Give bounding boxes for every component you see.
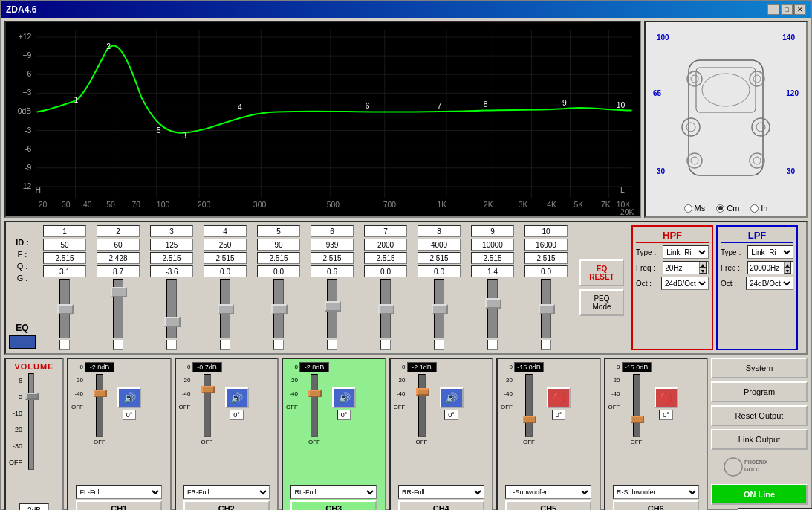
ch1-name-button[interactable]: CH1 <box>76 500 162 510</box>
eq-band-8-checkbox[interactable] <box>434 340 444 350</box>
eq-band-6-q[interactable] <box>311 252 354 264</box>
eq-band-3-gain[interactable] <box>150 265 193 277</box>
radio-ms-circle[interactable] <box>684 204 692 213</box>
eq-band-10-gain[interactable] <box>524 265 568 277</box>
eq-band-2-freq[interactable] <box>97 239 140 251</box>
minimize-button[interactable]: _ <box>767 4 779 15</box>
eq-band-7-freq[interactable] <box>364 239 407 251</box>
eq-band-6-freq[interactable] <box>311 239 354 251</box>
radio-cm[interactable]: Cm <box>716 204 739 213</box>
ch6-mute-button[interactable]: 🚫 <box>655 387 678 408</box>
eq-band-4-gain[interactable] <box>204 265 247 277</box>
lpf-freq-up[interactable]: ▲ <box>784 262 791 268</box>
eq-band-6-gain[interactable] <box>311 265 354 277</box>
ch3-fader-track[interactable] <box>311 374 318 437</box>
eq-band-4-freq[interactable] <box>204 239 247 251</box>
ch2-output-select[interactable]: FR-Full <box>183 485 270 499</box>
close-button[interactable]: ✕ <box>794 4 806 15</box>
ch2-mute-button[interactable]: 🔊 <box>225 387 249 408</box>
eq-band-1-q[interactable] <box>43 252 86 264</box>
eq-band-3-freq[interactable] <box>150 239 193 251</box>
eq-band-4-id[interactable] <box>204 225 247 237</box>
ch4-name-button[interactable]: CH4 <box>398 500 484 510</box>
hpf-type-select[interactable]: Link_Ri Butter Bessel <box>663 245 709 259</box>
ch2-fader-track[interactable] <box>204 374 211 437</box>
eq-band-8-id[interactable] <box>418 225 461 237</box>
eq-band-1-freq[interactable] <box>43 239 86 251</box>
eq-band-2-q[interactable] <box>97 252 140 264</box>
eq-band-8-q[interactable] <box>418 252 461 264</box>
eq-band-1-id[interactable] <box>43 225 86 237</box>
eq-band-5-freq[interactable] <box>257 239 300 251</box>
radio-cm-circle[interactable] <box>716 204 724 213</box>
radio-in-circle[interactable] <box>750 204 759 213</box>
eq-band-10-checkbox[interactable] <box>541 340 551 350</box>
eq-band-1-fader[interactable] <box>59 279 70 338</box>
eq-band-9-q[interactable] <box>471 252 514 264</box>
ch4-mute-button[interactable]: 🔊 <box>440 387 464 408</box>
eq-band-3-checkbox[interactable] <box>166 340 177 350</box>
eq-band-5-gain[interactable] <box>257 265 300 277</box>
eq-band-6-id[interactable] <box>311 225 354 237</box>
eq-band-5-q[interactable] <box>257 252 300 264</box>
ch5-name-button[interactable]: CH5 <box>505 500 591 510</box>
lpf-oct-select[interactable]: 24dB/Oct 18dB/Oct 12dB/Oct <box>746 277 793 290</box>
eq-band-2-checkbox[interactable] <box>113 340 123 350</box>
hpf-oct-select[interactable]: 24dB/Oct 18dB/Oct 12dB/Oct <box>661 277 709 290</box>
volume-fader-thumb[interactable] <box>25 393 39 400</box>
eq-band-9-checkbox[interactable] <box>487 340 498 350</box>
ch2-fader-thumb[interactable] <box>201 386 215 393</box>
ch1-mute-button[interactable]: 🔊 <box>117 387 141 408</box>
ch4-fader-thumb[interactable] <box>416 388 429 396</box>
ch6-fader-track[interactable] <box>633 374 640 437</box>
eq-band-4-checkbox[interactable] <box>220 340 230 350</box>
ch2-name-button[interactable]: CH2 <box>183 500 270 510</box>
eq-band-6-fader[interactable] <box>327 279 337 338</box>
ch5-fader-track[interactable] <box>525 374 533 437</box>
ch1-fader-track[interactable] <box>96 374 103 437</box>
ch6-fader-thumb[interactable] <box>631 416 644 423</box>
eq-band-9-fader[interactable] <box>487 279 498 338</box>
eq-band-6-checkbox[interactable] <box>327 340 337 350</box>
hpf-freq-up[interactable]: ▲ <box>699 262 707 268</box>
eq-band-9-gain[interactable] <box>471 265 514 277</box>
eq-band-7-gain[interactable] <box>364 265 407 277</box>
eq-band-10-fader[interactable] <box>541 279 551 338</box>
eq-band-4-q[interactable] <box>204 252 247 264</box>
volume-fader-track[interactable] <box>28 373 34 470</box>
online-button[interactable]: ON Line <box>711 484 808 505</box>
radio-ms[interactable]: Ms <box>684 204 706 213</box>
eq-band-5-id[interactable] <box>257 225 300 237</box>
eq-band-8-gain[interactable] <box>418 265 461 277</box>
ch4-fader-track[interactable] <box>418 374 426 437</box>
reset-output-button[interactable]: Reset Output <box>711 405 808 426</box>
ch3-name-button[interactable]: CH3 <box>290 500 377 510</box>
eq-band-3-fader[interactable] <box>166 279 177 338</box>
eq-band-1-gain[interactable] <box>43 265 86 277</box>
maximize-button[interactable]: □ <box>781 4 793 15</box>
system-button[interactable]: System <box>711 358 808 378</box>
lpf-type-select[interactable]: Link_Ri Butter Bessel <box>747 245 793 259</box>
radio-in[interactable]: In <box>750 204 767 213</box>
peq-mode-button[interactable]: PEQMode <box>579 289 624 316</box>
ch3-mute-button[interactable]: 🔊 <box>332 387 356 408</box>
eq-band-10-id[interactable] <box>524 225 568 237</box>
ch4-output-select[interactable]: RR-Full <box>398 485 484 499</box>
ch6-output-select[interactable]: R-Subwoofer <box>613 485 699 499</box>
eq-band-1-checkbox[interactable] <box>59 340 70 350</box>
ch6-name-button[interactable]: CH6 <box>613 500 699 510</box>
eq-band-2-gain[interactable] <box>97 265 140 277</box>
ch1-output-select[interactable]: FL-Full <box>76 485 162 499</box>
eq-band-9-id[interactable] <box>471 225 514 237</box>
link-output-button[interactable]: Link Output <box>711 429 808 450</box>
eq-band-7-q[interactable] <box>364 252 407 264</box>
eq-band-7-id[interactable] <box>364 225 407 237</box>
eq-band-10-q[interactable] <box>524 252 568 264</box>
eq-band-7-checkbox[interactable] <box>380 340 391 350</box>
ch3-output-select[interactable]: RL-Full <box>290 485 377 499</box>
eq-band-5-fader[interactable] <box>273 279 284 338</box>
eq-reset-button[interactable]: EQRESET <box>579 259 624 286</box>
eq-band-5-checkbox[interactable] <box>273 340 284 350</box>
eq-band-2-fader[interactable] <box>113 279 123 338</box>
eq-band-10-freq[interactable] <box>524 239 568 251</box>
